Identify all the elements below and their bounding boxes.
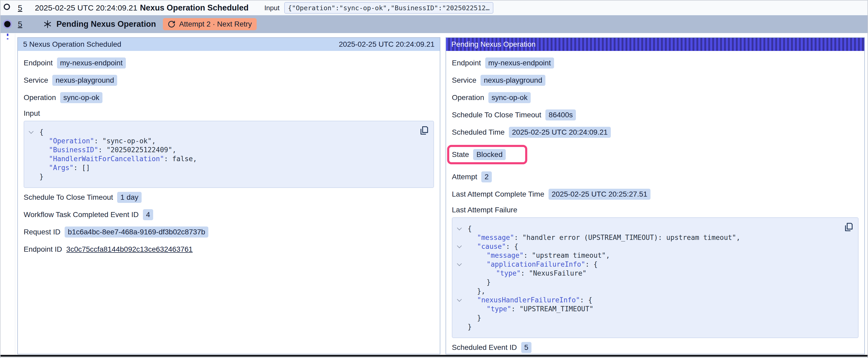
- event-detail-panel: 5 Nexus Operation Scheduled 2025-02-25 U…: [17, 37, 440, 354]
- code-line: }: [24, 172, 415, 181]
- field-label: Last Attempt Complete Time: [452, 190, 544, 198]
- code-line: "nexusHandlerFailureInfo": {: [453, 296, 840, 304]
- retry-icon: [167, 20, 176, 28]
- code-line: "Args": []: [24, 163, 415, 172]
- field-endpoint-id: Endpoint ID3c0c75ccfa8144b092c13ce632463…: [24, 243, 434, 255]
- pending-operation-row[interactable]: 5 Pending Nexus Operation Attempt 2 · Ne…: [1, 15, 867, 33]
- field-value: 5: [521, 342, 532, 353]
- code-line: },: [453, 287, 840, 296]
- field-label: Endpoint ID: [24, 245, 62, 254]
- code-line: {: [24, 128, 415, 136]
- field-workflow-task-completed-event-id: Workflow Task Completed Event ID4: [24, 209, 434, 221]
- field-operation: Operationsync-op-ok: [452, 92, 859, 103]
- asterisk-icon: [43, 20, 52, 29]
- field-label: Workflow Task Completed Event ID: [24, 210, 139, 219]
- chevron-down-icon[interactable]: [457, 261, 462, 266]
- field-label: Scheduled Time: [452, 128, 505, 136]
- code-line: "type": "NexusFailure": [453, 269, 840, 278]
- code-line: "BusinessID": "20250225122409",: [24, 145, 415, 154]
- event-open-dot-icon: [4, 4, 10, 10]
- field-last-attempt-complete-time: Last Attempt Complete Time2025-02-25 UTC…: [452, 189, 859, 200]
- event-detail-title: 5 Nexus Operation Scheduled: [23, 40, 121, 48]
- field-schedule-to-close-timeout: Schedule To Close Timeout86400s: [452, 109, 859, 121]
- field-value: 2: [481, 171, 492, 183]
- field-scheduled-time: Scheduled Time2025-02-25 UTC 20:24:09.21: [452, 127, 859, 138]
- field-value: 86400s: [546, 109, 576, 121]
- pending-operation-panel: Pending Nexus Operation Endpointmy-nexus…: [445, 37, 865, 354]
- field-value: nexus-playground: [480, 75, 546, 86]
- field-value: b1c6a4bc-8ee7-468a-9169-df3b02c8737b: [65, 227, 208, 237]
- code-line: "cause": {: [453, 242, 840, 251]
- failure-json-viewer: {"message": "handler error (UPSTREAM_TIM…: [452, 217, 859, 338]
- field-operation: Operationsync-op-ok: [24, 92, 434, 103]
- field-scheduled-event-id: Scheduled Event ID5: [452, 342, 859, 353]
- event-detail-header: 5 Nexus Operation Scheduled 2025-02-25 U…: [18, 38, 440, 51]
- event-row[interactable]: 5 2025-02-25 UTC 20:24:09.21 Nexus Opera…: [1, 1, 867, 15]
- input-section-label: Input: [24, 109, 434, 118]
- field-label: Scheduled Event ID: [452, 343, 517, 352]
- code-line: {: [453, 224, 840, 233]
- pending-operation-header: Pending Nexus Operation: [446, 38, 864, 51]
- expanded-row-bottom-border: [1, 355, 867, 357]
- field-label: Attempt: [452, 173, 477, 181]
- code-line: }: [453, 314, 840, 322]
- field-label: Service: [452, 76, 476, 85]
- field-label: Schedule To Close Timeout: [24, 193, 113, 202]
- attempt-retry-text: Attempt 2 · Next Retry: [179, 20, 252, 28]
- field-label: Operation: [452, 93, 484, 102]
- state-value: Blocked: [473, 149, 506, 160]
- field-value: sync-op-ok: [488, 92, 531, 103]
- code-line: "message": "handler error (UPSTREAM_TIME…: [453, 233, 840, 242]
- copy-icon[interactable]: [419, 126, 429, 135]
- field-label: Endpoint: [24, 59, 53, 67]
- code-line: }: [453, 322, 840, 331]
- field-service: Servicenexus-playground: [452, 74, 859, 86]
- input-label: Input: [264, 4, 280, 12]
- field-label: Service: [24, 76, 48, 85]
- event-filled-dot-icon: [4, 21, 10, 27]
- failure-section-label: Last Attempt Failure: [452, 206, 859, 214]
- timeline-divider: [15, 34, 15, 355]
- state-highlight-box: State Blocked: [447, 145, 527, 164]
- code-line: "HandlerWaitForCancellation": false,: [24, 154, 415, 163]
- field-label: Operation: [24, 93, 56, 102]
- field-value: nexus-playground: [52, 75, 117, 86]
- field-label: Request ID: [24, 228, 60, 236]
- code-line: "applicationFailureInfo": {: [453, 260, 840, 269]
- code-line: "type": "UPSTREAM_TIMEOUT": [453, 304, 840, 314]
- workflow-event-history-view: 5 2025-02-25 UTC 20:24:09.21 Nexus Opera…: [0, 0, 868, 358]
- code-line: }: [453, 278, 840, 287]
- field-value: 4: [143, 209, 153, 220]
- field-attempt: Attempt2: [452, 171, 859, 183]
- field-value: 1 day: [117, 192, 142, 203]
- field-value[interactable]: 3c0c75ccfa8144b092c13ce632463761: [66, 245, 192, 254]
- pending-operation-header-title: Pending Nexus Operation: [451, 40, 536, 48]
- copy-icon[interactable]: [844, 222, 854, 232]
- attempt-retry-badge: Attempt 2 · Next Retry: [163, 18, 257, 30]
- field-value: 2025-02-25 UTC 20:25:27.51: [549, 189, 650, 200]
- chevron-down-icon[interactable]: [457, 243, 462, 248]
- code-line: "message": "upstream timeout",: [453, 251, 840, 260]
- state-label: State: [452, 151, 469, 159]
- field-endpoint: Endpointmy-nexus-endpoint: [24, 57, 434, 69]
- field-value: my-nexus-endpoint: [57, 58, 126, 68]
- field-request-id: Request IDb1c6a4bc-8ee7-468a-9169-df3b02…: [24, 226, 434, 238]
- field-label: Endpoint: [452, 59, 481, 67]
- event-timestamp: 2025-02-25 UTC 20:24:09.21: [35, 3, 140, 12]
- field-value: my-nexus-endpoint: [485, 58, 554, 68]
- event-name: Nexus Operation Scheduled: [140, 3, 249, 12]
- field-value: sync-op-ok: [60, 92, 102, 103]
- field-service: Servicenexus-playground: [24, 74, 434, 86]
- pending-operation-title: Pending Nexus Operation: [57, 20, 156, 29]
- event-detail-timestamp: 2025-02-25 UTC 20:24:09.21: [339, 40, 435, 48]
- field-endpoint: Endpointmy-nexus-endpoint: [452, 57, 859, 69]
- chevron-down-icon[interactable]: [29, 129, 33, 134]
- field-schedule-to-close-timeout: Schedule To Close Timeout1 day: [24, 192, 434, 203]
- field-label: Schedule To Close Timeout: [452, 111, 541, 119]
- pending-id-link[interactable]: 5: [18, 20, 22, 29]
- event-id-link[interactable]: 5: [18, 3, 22, 12]
- chevron-down-icon[interactable]: [457, 297, 462, 301]
- chevron-down-icon[interactable]: [457, 225, 462, 230]
- input-preview-pill: {"Operation":"sync-op-ok","BusinessID":"…: [284, 2, 493, 14]
- input-json-viewer: {"Operation": "sync-op-ok","BusinessID":…: [24, 121, 434, 188]
